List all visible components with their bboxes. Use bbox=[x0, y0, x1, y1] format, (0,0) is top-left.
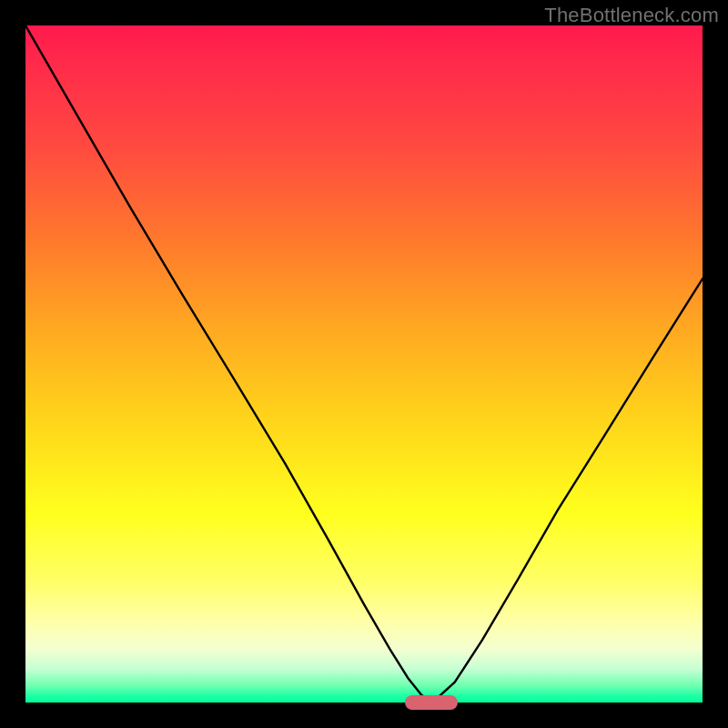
outer-frame: TheBottleneck.com bbox=[0, 0, 728, 728]
watermark-text: TheBottleneck.com bbox=[544, 4, 719, 27]
plot-area bbox=[25, 25, 703, 703]
bottleneck-curve bbox=[25, 25, 703, 703]
minimum-marker bbox=[405, 695, 458, 710]
